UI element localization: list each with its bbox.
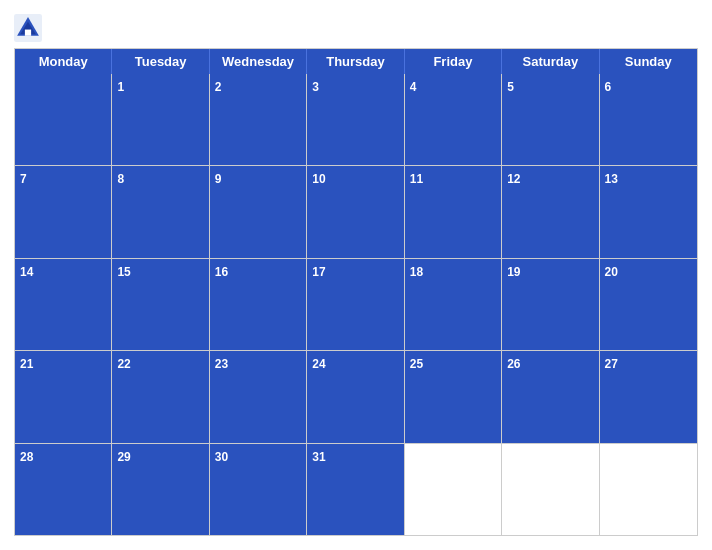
svg-rect-3 (25, 30, 31, 36)
day-cell: 6 (600, 74, 697, 165)
day-number: 20 (605, 265, 618, 279)
day-number: 5 (507, 80, 514, 94)
day-cell: 27 (600, 351, 697, 442)
day-headers-row: MondayTuesdayWednesdayThursdayFridaySatu… (15, 49, 697, 74)
day-cell: 14 (15, 259, 112, 350)
day-cell (600, 444, 697, 535)
calendar-body: 1234567891011121314151617181920212223242… (15, 74, 697, 535)
day-number: 17 (312, 265, 325, 279)
day-number: 30 (215, 450, 228, 464)
day-cell: 29 (112, 444, 209, 535)
day-cell: 23 (210, 351, 307, 442)
week-row-2: 78910111213 (15, 165, 697, 257)
day-cell: 16 (210, 259, 307, 350)
day-cell: 20 (600, 259, 697, 350)
day-cell: 15 (112, 259, 209, 350)
day-cell: 19 (502, 259, 599, 350)
day-number: 19 (507, 265, 520, 279)
day-number: 8 (117, 172, 124, 186)
day-header-sunday: Sunday (600, 49, 697, 74)
day-number: 22 (117, 357, 130, 371)
day-number: 28 (20, 450, 33, 464)
day-cell: 5 (502, 74, 599, 165)
day-cell: 3 (307, 74, 404, 165)
day-header-wednesday: Wednesday (210, 49, 307, 74)
day-number: 10 (312, 172, 325, 186)
day-number: 4 (410, 80, 417, 94)
day-cell: 9 (210, 166, 307, 257)
day-number: 24 (312, 357, 325, 371)
week-row-1: 123456 (15, 74, 697, 165)
day-cell: 25 (405, 351, 502, 442)
day-number: 11 (410, 172, 423, 186)
day-number: 27 (605, 357, 618, 371)
day-number: 7 (20, 172, 27, 186)
day-number: 1 (117, 80, 124, 94)
day-cell: 8 (112, 166, 209, 257)
week-row-5: 28293031 (15, 443, 697, 535)
day-header-thursday: Thursday (307, 49, 404, 74)
day-cell (405, 444, 502, 535)
day-number: 29 (117, 450, 130, 464)
day-cell: 11 (405, 166, 502, 257)
day-number: 6 (605, 80, 612, 94)
day-number: 16 (215, 265, 228, 279)
day-number: 9 (215, 172, 222, 186)
day-cell: 30 (210, 444, 307, 535)
day-cell: 28 (15, 444, 112, 535)
logo-area (14, 14, 46, 42)
day-number: 12 (507, 172, 520, 186)
day-header-tuesday: Tuesday (112, 49, 209, 74)
day-cell: 2 (210, 74, 307, 165)
day-number: 21 (20, 357, 33, 371)
day-number: 3 (312, 80, 319, 94)
day-cell: 12 (502, 166, 599, 257)
day-cell: 17 (307, 259, 404, 350)
day-cell: 18 (405, 259, 502, 350)
day-header-saturday: Saturday (502, 49, 599, 74)
day-cell: 31 (307, 444, 404, 535)
day-cell: 13 (600, 166, 697, 257)
day-cell: 26 (502, 351, 599, 442)
calendar-header (14, 10, 698, 48)
day-number: 23 (215, 357, 228, 371)
day-header-monday: Monday (15, 49, 112, 74)
day-cell: 10 (307, 166, 404, 257)
day-cell: 22 (112, 351, 209, 442)
day-cell: 24 (307, 351, 404, 442)
day-cell: 7 (15, 166, 112, 257)
week-row-4: 21222324252627 (15, 350, 697, 442)
day-number: 15 (117, 265, 130, 279)
day-number: 25 (410, 357, 423, 371)
week-row-3: 14151617181920 (15, 258, 697, 350)
generalblue-logo-icon (14, 14, 42, 42)
day-number: 2 (215, 80, 222, 94)
day-header-friday: Friday (405, 49, 502, 74)
day-number: 31 (312, 450, 325, 464)
day-cell: 4 (405, 74, 502, 165)
calendar-grid: MondayTuesdayWednesdayThursdayFridaySatu… (14, 48, 698, 536)
day-cell: 1 (112, 74, 209, 165)
day-number: 14 (20, 265, 33, 279)
day-number: 13 (605, 172, 618, 186)
day-cell (502, 444, 599, 535)
day-number: 18 (410, 265, 423, 279)
day-cell: 21 (15, 351, 112, 442)
day-cell (15, 74, 112, 165)
day-number: 26 (507, 357, 520, 371)
